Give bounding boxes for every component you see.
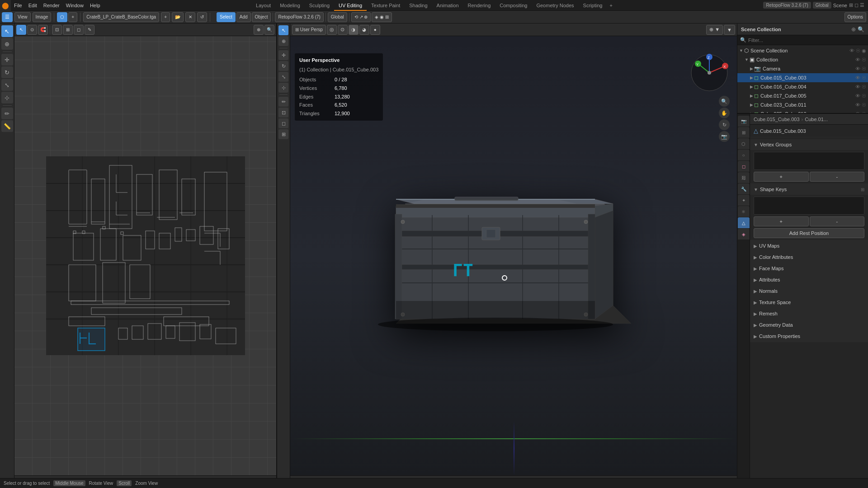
tree-item-cube023[interactable]: ▶ ◻ Cube.023_Cube.011 👁 ☉ (737, 100, 868, 109)
file-name-btn[interactable]: CrateB_LP_CrateB_BaseColor.tga (83, 12, 159, 22)
vp-zoom-btn[interactable]: 🔍 (719, 96, 730, 107)
transform-mode-btn[interactable]: Global (328, 12, 347, 22)
tool-select[interactable]: ↖ (1, 25, 13, 37)
uv-pivot-btn[interactable]: ⊙ (27, 25, 37, 35)
mid-cursor-btn[interactable]: ⊕ (278, 36, 288, 46)
tab-sculpting[interactable]: Sculpting (305, 0, 334, 11)
uv-mode-btn[interactable]: ⬡ (57, 12, 67, 22)
menu-window[interactable]: Window (63, 0, 87, 11)
uv-snap-btn[interactable]: 🧲 (38, 25, 48, 35)
tab-rendering[interactable]: Rendering (463, 0, 495, 11)
tree-item-scene-collection[interactable]: ▼ ⬡ Scene Collection 👁 ☉ ◉ (737, 46, 868, 55)
section-cp-header[interactable]: ▶ Custom Properties (750, 331, 868, 342)
prop-tab-constraint[interactable]: ⛓ (738, 172, 750, 183)
tab-scripting[interactable]: Scripting (579, 0, 607, 11)
section-fm-header[interactable]: ▶ Face Maps (750, 263, 868, 274)
section-ts-header[interactable]: ▶ Texture Space (750, 297, 868, 308)
uv-search-btn[interactable]: 🔍 (264, 25, 274, 35)
prop-tab-world[interactable]: ○ (738, 150, 750, 160)
mode-btn[interactable]: ☰ (2, 12, 13, 22)
select-mode-btn[interactable]: Select (217, 12, 236, 22)
vp-viewport-shade-mat[interactable]: ◕ (359, 25, 369, 35)
remove-btn[interactable]: ✕ (185, 12, 195, 22)
tree-item-camera[interactable]: ▶ 📷 Camera 👁 ☉ (737, 64, 868, 73)
prop-tab-mesh[interactable]: △ (738, 217, 750, 228)
retopoflow-btn[interactable]: RetopoFlow 3.2.6 (7) (275, 12, 323, 22)
mid-select-btn[interactable]: ↖ (278, 25, 288, 35)
section-vg-header[interactable]: ▼ Vertex Groups (750, 139, 868, 150)
vp-filter-btn[interactable]: ⊕ ▼ (706, 25, 723, 35)
menu-render[interactable]: Render (40, 0, 63, 11)
section-gd-header[interactable]: ▶ Geometry Data (750, 319, 868, 330)
uv-render-border[interactable]: ◻ (74, 25, 84, 35)
prop-tab-object[interactable]: ◻ (738, 161, 750, 172)
section-rm-header[interactable]: ▶ Remesh (750, 308, 868, 319)
prop-tab-physics[interactable]: ⚛ (738, 206, 750, 217)
prop-tab-modifier[interactable]: 🔧 (738, 183, 750, 194)
mid-btn4[interactable]: ⊞ (278, 129, 288, 139)
prop-tab-particles[interactable]: ✦ (738, 195, 750, 206)
tree-item-cube017[interactable]: ▶ ◻ Cube.017_Cube.005 👁 ☉ (737, 91, 868, 100)
tree-item-cube015[interactable]: ▶ ◻ Cube.015_Cube.003 👁 ☉ (737, 73, 868, 82)
add-menu-btn[interactable]: Add (236, 12, 251, 22)
object-menu-btn[interactable]: Object (252, 12, 271, 22)
blender-icon[interactable]: ⬤ (0, 0, 11, 11)
tree-item-cube016[interactable]: ▶ ◻ Cube.016_Cube.004 👁 ☉ (737, 82, 868, 91)
section-uvm-header[interactable]: ▶ UV Maps (750, 240, 868, 251)
tree-item-collection[interactable]: ▼ ▣ Collection 👁 ☉ (737, 55, 868, 64)
new-btn[interactable]: + (161, 12, 170, 22)
tab-compositing[interactable]: Compositing (495, 0, 532, 11)
mid-btn3[interactable]: ◻ (278, 118, 288, 128)
uv-view-all[interactable]: ⊡ (52, 25, 62, 35)
reload-btn[interactable]: ↺ (197, 12, 207, 22)
section-sk-header[interactable]: ▼ Shape Keys ⊞ (750, 184, 868, 195)
mid-scale-btn[interactable]: ⤡ (278, 72, 288, 82)
prop-tab-render[interactable]: 📷 (738, 116, 750, 127)
mid-transform-btn[interactable]: ⊹ (278, 83, 288, 93)
tab-modeling[interactable]: Modeling (275, 0, 305, 11)
tree-item-cube025[interactable]: ▶ ◻ Cube.025_Cube.013 👁 ☉ (737, 109, 868, 113)
outliner-search-input[interactable] (748, 38, 865, 43)
image-btn[interactable]: Image (33, 12, 52, 22)
viewport-icons1[interactable]: ⟲ ↗ ⊕ (351, 12, 371, 22)
tab-animation[interactable]: Animation (432, 0, 463, 11)
mid-rotate-btn[interactable]: ↻ (278, 61, 288, 71)
tool-annotate[interactable]: ✏ (1, 108, 13, 119)
prop-tab-material[interactable]: ◈ (738, 229, 750, 239)
tool-move[interactable]: ✛ (1, 54, 13, 66)
vp-perspective-btn[interactable]: ⊞ User Persp (292, 25, 326, 35)
tool-measure[interactable]: 📏 (1, 120, 13, 132)
uv-cursor-btn[interactable]: + (68, 12, 77, 22)
vp-pan-btn[interactable]: ✋ (719, 108, 730, 118)
menu-file[interactable]: File (11, 0, 25, 11)
vp-filter-btn2[interactable]: ▼ (724, 25, 735, 35)
uv-zoom-region[interactable]: ⊞ (63, 25, 73, 35)
vp-overlay-btn[interactable]: ◎ (327, 25, 337, 35)
mid-btn2[interactable]: ⊡ (278, 108, 288, 117)
add-rest-position-btn[interactable]: Add Rest Position (754, 228, 864, 238)
mid-move-btn[interactable]: ✛ (278, 50, 288, 60)
tool-rotate[interactable]: ↻ (1, 66, 13, 78)
tab-texture-paint[interactable]: Texture Paint (367, 0, 405, 11)
mid-annotate-btn[interactable]: ✏ (278, 97, 288, 107)
vp-orbit-btn[interactable]: ↻ (719, 119, 730, 130)
section-attr-header[interactable]: ▶ Attributes (750, 274, 868, 285)
tool-cursor[interactable]: ⊕ (1, 38, 13, 50)
prop-tab-layers[interactable]: ⊞ (738, 127, 750, 138)
vp-viewport-shade-render[interactable]: ● (370, 25, 380, 35)
view-btn[interactable]: View (14, 12, 31, 22)
tab-shading[interactable]: Shading (405, 0, 432, 11)
viewport-icons2[interactable]: ◈ ◉ ⊞ (372, 12, 392, 22)
vp-gizmo-btn[interactable]: ⊙ (338, 25, 348, 35)
tab-uv-editing[interactable]: UV Editing (334, 0, 367, 11)
vg-remove-btn[interactable]: - (810, 172, 865, 182)
section-norm-header[interactable]: ▶ Normals (750, 286, 868, 296)
outliner-search-icon[interactable]: 🔍 (858, 26, 864, 33)
vg-add-btn[interactable]: + (754, 172, 809, 182)
uv-annotate[interactable]: ✎ (85, 25, 94, 35)
options-btn[interactable]: Options (844, 12, 866, 22)
uv-tool-select[interactable]: ↖ (16, 25, 26, 35)
menu-edit[interactable]: Edit (25, 0, 40, 11)
tool-transform[interactable]: ⊹ (1, 92, 13, 103)
menu-help[interactable]: Help (87, 0, 104, 11)
